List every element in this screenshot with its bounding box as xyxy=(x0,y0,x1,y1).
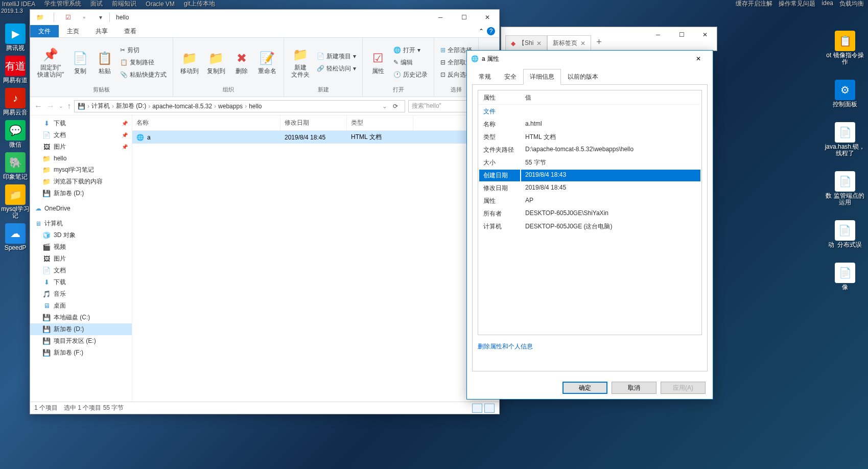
nav-item[interactable]: 💾本地磁盘 (C:) xyxy=(30,312,132,323)
nav-computer[interactable]: 🖥计算机 xyxy=(30,218,132,229)
copypath-button[interactable]: 📋复制路径 xyxy=(118,57,169,68)
table-row[interactable]: 大小55 字节 xyxy=(479,157,700,169)
table-row[interactable]: 修改日期2019/8/4 18:45 xyxy=(479,182,700,194)
cut-button[interactable]: ✂剪切 xyxy=(118,45,169,56)
header-value[interactable]: 值 xyxy=(521,91,700,105)
task-item[interactable]: 前端知识 xyxy=(112,0,136,8)
table-row[interactable]: 名称a.html xyxy=(479,119,700,130)
breadcrumb-item[interactable]: 新加卷 (D:) xyxy=(116,102,146,110)
nav-item[interactable]: 💾新加卷 (D:) xyxy=(30,323,132,335)
table-row[interactable]: 计算机DESKTOP-605J0GE (这台电脑) xyxy=(479,221,700,232)
task-item[interactable]: 缓存开启注解 xyxy=(736,0,772,8)
nav-item[interactable]: 🖼图片📌 xyxy=(30,141,132,153)
nav-item[interactable]: 🖼图片 xyxy=(30,253,132,265)
task-item[interactable]: 负载均衡 xyxy=(839,0,864,8)
header-property[interactable]: 属性 xyxy=(479,91,520,105)
details-view-icon[interactable] xyxy=(472,404,482,413)
edit-button[interactable]: ✎编辑 xyxy=(391,57,430,68)
nav-item[interactable]: ⬇下载 xyxy=(30,276,132,288)
task-item[interactable]: 学生管理系统 xyxy=(44,0,81,8)
tab-previous[interactable]: 以前的版本 xyxy=(561,69,605,85)
minimize-button[interactable]: ─ xyxy=(429,10,452,25)
breadcrumb-item[interactable]: 计算机 xyxy=(91,102,110,110)
task-item[interactable]: git上传本地 xyxy=(184,0,215,8)
up-button[interactable]: ↑ xyxy=(67,102,71,111)
close-tab-icon[interactable]: ✕ xyxy=(536,40,542,47)
maximize-button[interactable]: ☐ xyxy=(452,10,476,25)
cancel-button[interactable]: 取消 xyxy=(612,382,656,394)
tab-security[interactable]: 安全 xyxy=(498,69,523,85)
pin-button[interactable]: 📌固定到" 快速访问" xyxy=(34,44,67,80)
minimize-button[interactable]: ─ xyxy=(646,27,670,42)
close-button[interactable]: ✕ xyxy=(476,10,499,25)
table-row[interactable]: 属性AP xyxy=(479,195,700,207)
tab-share[interactable]: 共享 xyxy=(87,25,116,37)
back-button[interactable]: ← xyxy=(34,102,42,111)
desktop-icon[interactable]: ♪网易云音 xyxy=(0,88,31,116)
desktop-icon[interactable]: ☁SpeedP xyxy=(0,223,31,251)
qa-dropdown-icon[interactable]: ▾ xyxy=(95,12,106,23)
nav-item[interactable]: 📁mysql学习笔记 xyxy=(30,164,132,176)
maximize-button[interactable]: ☐ xyxy=(670,27,693,42)
copyto-button[interactable]: 📁复制到 xyxy=(204,48,228,77)
desktop-icon[interactable]: ▶腾讯视 xyxy=(0,24,31,52)
browser-tab[interactable]: ◆【Shi✕ xyxy=(505,35,547,51)
desktop-icon[interactable]: 📄动 分布式误 xyxy=(828,220,862,248)
tab-home[interactable]: 主页 xyxy=(59,25,87,37)
paste-button[interactable]: 📋粘贴 xyxy=(93,48,116,77)
nav-onedrive[interactable]: ☁OneDrive xyxy=(30,203,132,214)
nav-item[interactable]: 📄文档 xyxy=(30,265,132,276)
breadcrumb-item[interactable]: webapps xyxy=(218,103,243,110)
table-row[interactable]: 创建日期2019/8/4 18:43 xyxy=(479,170,700,181)
task-item[interactable]: 面试 xyxy=(90,0,103,8)
tab-file[interactable]: 文件 xyxy=(30,25,59,37)
properties-button[interactable]: ☑属性 xyxy=(367,48,389,77)
desktop-icon[interactable]: 有道网易有道 xyxy=(0,56,31,84)
nav-item[interactable]: ⬇下载📌 xyxy=(30,118,132,129)
task-item[interactable]: idea xyxy=(822,0,833,8)
history-button[interactable]: 🕐历史记录 xyxy=(391,69,430,80)
tab-details[interactable]: 详细信息 xyxy=(523,69,561,85)
remove-properties-link[interactable]: 删除属性和个人信息 xyxy=(478,342,533,351)
task-item[interactable]: 操作常见问题 xyxy=(779,0,815,8)
tab-general[interactable]: 常规 xyxy=(472,69,498,85)
delete-button[interactable]: ✖删除 xyxy=(230,48,253,77)
nav-item[interactable]: 🧊3D 对象 xyxy=(30,229,132,241)
newfolder-button[interactable]: 📁新建 文件夹 xyxy=(288,44,313,80)
nav-item[interactable]: 🎵音乐 xyxy=(30,288,132,300)
close-button[interactable]: ✕ xyxy=(693,27,717,42)
shortcut-button[interactable]: 📎粘贴快捷方式 xyxy=(118,69,169,80)
rename-button[interactable]: 📝重命名 xyxy=(255,48,279,77)
task-item[interactable]: IntelliJ IDEA xyxy=(2,1,35,8)
table-row[interactable]: 文件夹路径D:\apache-tomcat-8.5.32\webapps\hel… xyxy=(479,144,700,156)
nav-item[interactable]: 📁浏览器下载的内容 xyxy=(30,176,132,187)
close-tab-icon[interactable]: ✕ xyxy=(580,40,585,47)
file-row[interactable]: 🌐a 2019/8/4 18:45 HTML 文档 1 KB xyxy=(132,131,499,144)
browser-tab[interactable]: 新标签页✕ xyxy=(547,35,591,51)
folder-icon[interactable]: 📁 xyxy=(34,12,45,23)
breadcrumb[interactable]: 💾 › 计算机› 新加卷 (D:)› apache-tomcat-8.5.32›… xyxy=(74,100,405,112)
nav-item[interactable]: 💾新加卷 (D:) xyxy=(30,187,132,199)
breadcrumb-item[interactable]: hello xyxy=(249,103,262,110)
desktop-icon[interactable]: 📄像 xyxy=(835,263,855,291)
desktop-icon[interactable]: 📁mysql学习记 xyxy=(0,184,31,219)
header-name[interactable]: 名称 xyxy=(132,115,280,130)
thumbnails-view-icon[interactable] xyxy=(484,404,495,413)
recent-dropdown[interactable]: ⌄ xyxy=(59,103,63,109)
desktop-icon[interactable]: 📄java.hash.锁，线程了 xyxy=(825,122,865,157)
breadcrumb-dropdown-icon[interactable]: ⌄ xyxy=(382,103,387,110)
newitem-button[interactable]: 📄新建项目▾ xyxy=(315,51,358,62)
desktop-icon[interactable]: 📄数 监管端点的运用 xyxy=(825,171,865,206)
header-type[interactable]: 类型 xyxy=(347,115,413,130)
table-row[interactable]: 所有者DESKTOP-605J0GE\ShiYaXin xyxy=(479,208,700,220)
nav-item[interactable]: 🖥桌面 xyxy=(30,300,132,312)
ok-button[interactable]: 确定 xyxy=(562,382,607,394)
nav-item[interactable]: 🎬视频 xyxy=(30,241,132,253)
table-row[interactable]: 类型HTML 文档 xyxy=(479,131,700,143)
easyaccess-button[interactable]: 🔗轻松访问▾ xyxy=(315,63,358,74)
tab-view[interactable]: 查看 xyxy=(116,25,145,37)
open-button[interactable]: 🌐打开▾ xyxy=(391,45,430,56)
qa-icon[interactable]: ☑ xyxy=(62,12,74,23)
header-date[interactable]: 修改日期 xyxy=(280,115,347,130)
nav-item[interactable]: 💾新加卷 (F:) xyxy=(30,347,132,359)
